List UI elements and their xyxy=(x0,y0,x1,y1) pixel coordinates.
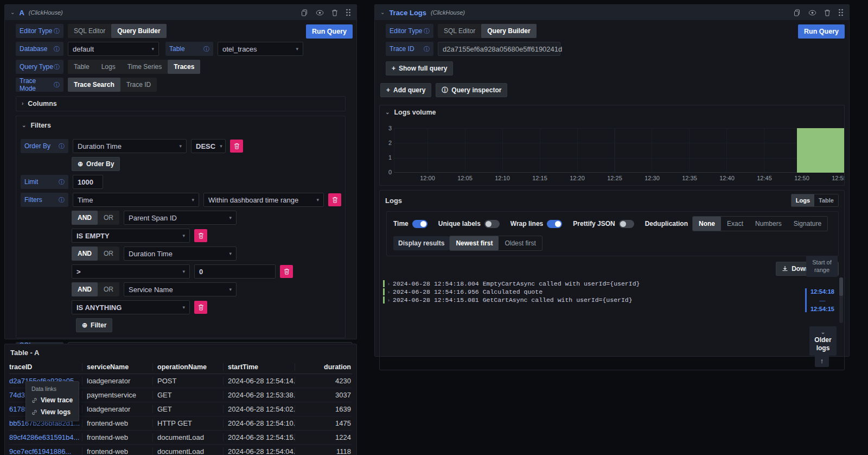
query-type-table-option[interactable]: Table xyxy=(68,60,95,74)
legend-item[interactable]: errorTotal: 0 xyxy=(450,185,495,186)
info-icon[interactable]: ⓘ xyxy=(54,27,60,35)
add-order-by-button[interactable]: ⊕Order By xyxy=(72,157,120,171)
query-type-logs-option[interactable]: Logs xyxy=(95,60,122,74)
info-icon[interactable]: ⓘ xyxy=(54,81,60,89)
deduplication-toggle[interactable]: None Exact Numbers Signature xyxy=(692,216,828,231)
remove-order-by-button[interactable] xyxy=(230,140,243,153)
trace-id-link[interactable]: 9ce7ecf61941886... xyxy=(9,447,82,455)
condition-field-select[interactable]: Parent Span ID▾ xyxy=(124,211,237,225)
info-icon[interactable]: ⓘ xyxy=(424,45,430,53)
query-type-timeseries-option[interactable]: Time Series xyxy=(122,60,168,74)
query-builder-option[interactable]: Query Builder xyxy=(111,24,166,38)
col-traceid[interactable]: traceID xyxy=(9,363,82,371)
scroll-to-top-button[interactable]: ↑ xyxy=(815,355,829,367)
view-trace-menu-item[interactable]: View trace xyxy=(26,394,79,406)
or-option[interactable]: OR xyxy=(98,282,119,296)
query-inspector-button[interactable]: ⓘQuery inspector xyxy=(436,83,507,97)
trash-icon[interactable] xyxy=(331,9,338,16)
eye-icon[interactable] xyxy=(316,10,324,16)
copy-icon[interactable] xyxy=(794,9,801,16)
add-filter-button[interactable]: ⊕Filter xyxy=(76,318,112,332)
info-icon[interactable]: ⓘ xyxy=(54,63,60,71)
legend-item[interactable]: infoTotal: 3 xyxy=(562,185,603,186)
newest-first-option[interactable]: Newest first xyxy=(450,236,499,250)
query-builder-option[interactable]: Query Builder xyxy=(481,24,536,38)
col-duration[interactable]: duration xyxy=(295,363,352,371)
remove-condition-button[interactable] xyxy=(280,265,293,278)
expand-chevron-icon[interactable]: › xyxy=(388,281,390,287)
panel-a-title[interactable]: A xyxy=(19,9,24,17)
or-option[interactable]: OR xyxy=(98,211,119,225)
query-type-traces-option[interactable]: Traces xyxy=(168,60,200,74)
and-or-toggle[interactable]: AND OR xyxy=(72,211,119,225)
unique-labels-toggle[interactable]: Unique labels xyxy=(438,220,500,228)
legend-item[interactable]: debugTotal: 0 xyxy=(611,185,660,186)
condition-operator-select[interactable]: >▾ xyxy=(72,264,190,279)
table-view-option[interactable]: Table xyxy=(814,194,838,206)
col-operationname[interactable]: operationName xyxy=(152,363,223,371)
or-option[interactable]: OR xyxy=(98,247,119,261)
prettify-json-toggle[interactable]: Prettify JSON xyxy=(573,220,634,228)
logs-view-toggle[interactable]: Logs Table xyxy=(791,194,839,207)
query-type-toggle[interactable]: Table Logs Time Series Traces xyxy=(68,60,200,74)
trace-id-link[interactable]: 89cf4286e631591b4... xyxy=(9,433,82,441)
collapse-chevron-icon[interactable]: ⌄ xyxy=(10,10,15,15)
trash-icon[interactable] xyxy=(824,9,831,16)
info-icon[interactable]: ⓘ xyxy=(59,196,65,204)
trace-mode-toggle[interactable]: Trace Search Trace ID xyxy=(68,78,157,92)
trace-id-option[interactable]: Trace ID xyxy=(120,78,157,92)
limit-input[interactable]: 1000 xyxy=(73,175,103,189)
display-results-toggle[interactable]: Newest first Oldest first xyxy=(449,236,542,251)
log-row[interactable]: ›2024-06-28 12:54:15.081 GetCartAsync ca… xyxy=(383,296,844,304)
time-toggle[interactable]: Time xyxy=(393,220,427,228)
sql-editor-option[interactable]: SQL Editor xyxy=(68,24,111,38)
and-option[interactable]: AND xyxy=(72,211,98,225)
trace-id-input[interactable]: d2a7155ef6a928a05680e5ff6190241d xyxy=(438,42,560,56)
dedup-numbers-option[interactable]: Numbers xyxy=(749,217,788,231)
log-row[interactable]: ›2024-06-28 12:54:18.004 EmptyCartAsync … xyxy=(383,280,844,287)
remove-condition-button[interactable] xyxy=(194,301,207,314)
condition-operator-select[interactable]: IS EMPTY▾ xyxy=(72,229,190,243)
logs-volume-chart[interactable]: 3 2 1 0 12:00 12:05 12:10 12:15 12:20 12… xyxy=(394,128,839,173)
order-by-direction-select[interactable]: DESC▾ xyxy=(191,139,226,153)
scrollbar-thumb[interactable] xyxy=(839,277,843,296)
info-icon[interactable]: ⓘ xyxy=(59,142,65,150)
run-query-button[interactable]: Run Query xyxy=(798,24,845,39)
and-or-toggle[interactable]: AND OR xyxy=(72,282,119,296)
columns-section-header[interactable]: › Columns xyxy=(16,97,345,111)
filter-value-select[interactable]: Within dashboard time range▾ xyxy=(203,193,324,207)
condition-field-select[interactable]: Duration Time▾ xyxy=(124,247,237,261)
condition-value-input[interactable]: 0 xyxy=(194,264,276,279)
logs-view-option[interactable]: Logs xyxy=(792,194,814,206)
log-row[interactable]: ›2024-06-28 12:54:16.956 Calculated quot… xyxy=(383,288,844,295)
log-range-indicator[interactable]: 12:54:18 — 12:54:15 xyxy=(805,288,834,312)
wrap-lines-toggle[interactable]: Wrap lines xyxy=(510,220,562,228)
col-starttime[interactable]: startTime xyxy=(223,363,295,371)
editor-type-toggle[interactable]: SQL Editor Query Builder xyxy=(68,24,167,38)
filters-section-header[interactable]: ⌄ Filters xyxy=(16,118,345,132)
info-icon[interactable]: ⓘ xyxy=(424,27,430,35)
view-logs-menu-item[interactable]: View logs xyxy=(26,406,79,418)
dedup-none-option[interactable]: None xyxy=(693,217,721,231)
dedup-signature-option[interactable]: Signature xyxy=(788,217,827,231)
info-icon[interactable]: ⓘ xyxy=(59,178,65,186)
legend-item[interactable]: warningTotal: 0 xyxy=(502,185,554,186)
logs-volume-header[interactable]: ⌄ Logs volume xyxy=(380,105,844,119)
legend-item[interactable]: unknownTotal: 0 xyxy=(720,185,776,186)
drag-handle-icon[interactable] xyxy=(838,9,844,16)
filter-field-select[interactable]: Time▾ xyxy=(73,193,199,207)
collapse-chevron-icon[interactable]: ⌄ xyxy=(380,10,385,15)
table-select[interactable]: otel_traces▾ xyxy=(218,42,303,56)
toggle-switch[interactable] xyxy=(619,220,634,228)
add-query-button[interactable]: +Add query xyxy=(380,83,431,97)
remove-condition-button[interactable] xyxy=(194,229,207,242)
logs-scrollbar[interactable] xyxy=(839,277,843,323)
and-or-toggle[interactable]: AND OR xyxy=(72,247,119,261)
editor-type-toggle[interactable]: SQL Editor Query Builder xyxy=(438,24,537,38)
copy-icon[interactable] xyxy=(301,9,308,16)
database-select[interactable]: default▾ xyxy=(68,42,159,56)
remove-filter-button[interactable] xyxy=(328,193,341,206)
legend-item[interactable]: criticalTotal: 0 xyxy=(394,185,443,186)
eye-icon[interactable] xyxy=(808,10,816,16)
trace-search-option[interactable]: Trace Search xyxy=(68,78,120,92)
